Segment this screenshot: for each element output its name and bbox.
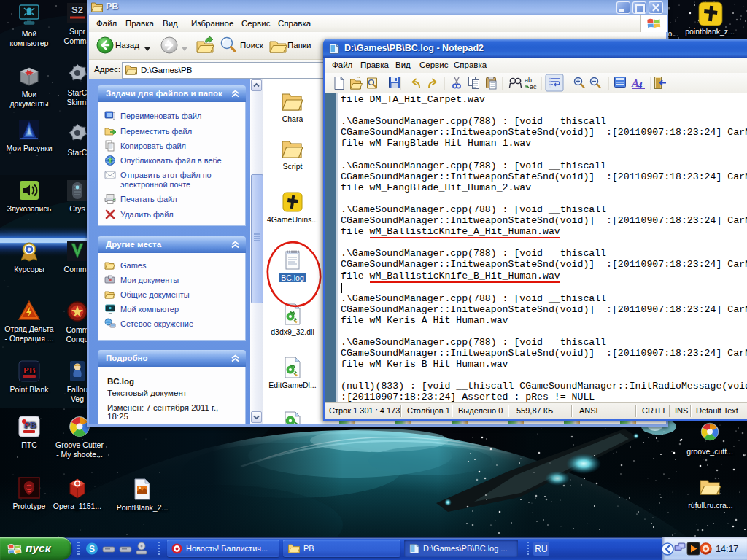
svg-text:PB: PB [23, 365, 36, 376]
svg-text:14:17: 14:17 [716, 544, 738, 554]
svg-text:ac: ac [530, 83, 537, 90]
svg-text:S: S [89, 544, 95, 554]
svg-text:S2: S2 [71, 4, 83, 15]
